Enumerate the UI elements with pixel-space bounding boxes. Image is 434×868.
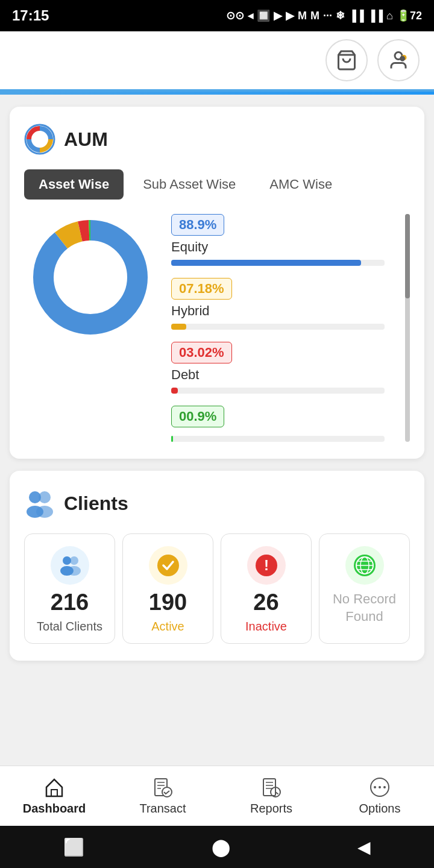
- android-nav-bar: ⬜ ⬤ ◀: [0, 826, 434, 868]
- total-icon-circle: [51, 546, 89, 585]
- tab-sub-asset-wise[interactable]: Sub Asset Wise: [128, 169, 250, 200]
- donut-svg: [27, 214, 154, 341]
- other-bar-bg: [171, 436, 385, 442]
- clients-header: Clients: [24, 488, 410, 519]
- svg-point-19: [157, 555, 179, 576]
- donut-chart: [24, 214, 157, 341]
- active-icon-circle: [149, 546, 187, 585]
- total-clients-count: 216: [51, 591, 89, 614]
- nav-transact[interactable]: Transact: [108, 766, 217, 826]
- scroll-thumb: [405, 214, 410, 298]
- total-clients-label: Total Clients: [37, 620, 102, 634]
- equity-bar: [171, 260, 361, 266]
- bottom-nav: Dashboard Transact Reports: [0, 766, 434, 826]
- svg-text:⚙: ⚙: [400, 56, 404, 61]
- clients-cards-container: 216 Total Clients 190 Active: [24, 533, 410, 644]
- status-time: 17:15: [12, 7, 49, 24]
- other-bar: [171, 436, 173, 442]
- norecord-icon-circle: [345, 546, 384, 585]
- inactive-clients-label: Inactive: [245, 620, 287, 634]
- tab-amc-wise[interactable]: AMC Wise: [255, 169, 347, 200]
- inactive-clients-count: 26: [253, 591, 278, 614]
- active-clients-icon: [156, 553, 181, 578]
- svg-point-18: [68, 566, 81, 576]
- android-square-btn[interactable]: ⬜: [63, 837, 84, 857]
- profile-icon: ⚙: [388, 49, 409, 71]
- inactive-clients-icon: !: [254, 553, 279, 578]
- nav-reports[interactable]: Reports: [217, 766, 326, 826]
- clients-card: Clients 216 Total Clients: [10, 471, 424, 661]
- total-clients-icon: [57, 553, 83, 578]
- legend-debt: 03.02% Debt: [171, 342, 385, 394]
- equity-percent: 88.9%: [171, 214, 224, 236]
- norecord-icon: [352, 553, 377, 578]
- nav-reports-label: Reports: [250, 802, 292, 816]
- hybrid-label: Hybrid: [171, 303, 385, 319]
- inactive-icon-circle: !: [247, 546, 286, 585]
- aum-header: AUM: [24, 124, 410, 155]
- svg-point-15: [63, 556, 71, 565]
- svg-point-12: [39, 491, 51, 503]
- nav-options-label: Options: [359, 802, 401, 816]
- svg-point-14: [36, 506, 53, 518]
- main-content: AUM Asset Wise Sub Asset Wise AMC Wise: [0, 95, 434, 781]
- svg-point-10: [55, 242, 125, 312]
- legend-hybrid: 07.18% Hybrid: [171, 278, 385, 330]
- legend-other: 00.9%: [171, 406, 385, 442]
- svg-point-42: [383, 786, 386, 788]
- svg-point-5: [34, 133, 46, 145]
- clients-logo-icon: [24, 488, 55, 519]
- svg-rect-28: [51, 790, 57, 796]
- options-nav-icon: [369, 776, 391, 798]
- active-clients-label: Active: [151, 620, 184, 634]
- tab-asset-wise[interactable]: Asset Wise: [24, 169, 124, 200]
- equity-bar-bg: [171, 260, 385, 266]
- svg-point-17: [70, 556, 78, 565]
- aum-legend: 88.9% Equity 07.18% Hybrid 03.02%: [171, 214, 391, 442]
- active-clients-count: 190: [149, 591, 187, 614]
- debt-percent: 03.02%: [171, 342, 232, 363]
- profile-button[interactable]: ⚙: [377, 39, 420, 81]
- nav-dashboard-label: Dashboard: [23, 802, 86, 816]
- cart-icon: [336, 49, 357, 71]
- hybrid-percent: 07.18%: [171, 278, 232, 300]
- scroll-indicator: [405, 214, 410, 442]
- aum-title: AUM: [64, 128, 108, 151]
- nav-options[interactable]: Options: [326, 766, 434, 826]
- transact-nav-icon: [152, 776, 174, 798]
- app-header: ⚙: [0, 31, 434, 92]
- status-bar: 17:15 ⊙⊙ ◂ 🔲 ▶ ▶ M M ··· ❄ ▐▐ ▐▐ ⌂ 🔋72: [0, 0, 434, 31]
- android-back-btn[interactable]: ◀: [357, 837, 371, 857]
- aum-card: AUM Asset Wise Sub Asset Wise AMC Wise: [10, 107, 424, 459]
- dashboard-nav-icon: [43, 776, 65, 798]
- clients-title: Clients: [64, 492, 128, 515]
- client-card-norecord[interactable]: No Record Found: [319, 533, 410, 644]
- nav-transact-label: Transact: [139, 802, 186, 816]
- aum-chart-area: 88.9% Equity 07.18% Hybrid 03.02%: [24, 214, 410, 442]
- svg-point-40: [379, 786, 381, 788]
- cart-button[interactable]: [326, 39, 368, 81]
- norecord-label: No Record Found: [327, 591, 402, 625]
- equity-label: Equity: [171, 239, 385, 255]
- hybrid-bar: [171, 324, 186, 330]
- client-card-inactive[interactable]: ! 26 Inactive: [221, 533, 312, 644]
- android-home-btn[interactable]: ⬤: [212, 837, 230, 857]
- status-icons: ⊙⊙ ◂ 🔲 ▶ ▶ M M ··· ❄ ▐▐ ▐▐ ⌂ 🔋72: [226, 9, 422, 22]
- nav-dashboard[interactable]: Dashboard: [0, 766, 108, 826]
- client-card-total[interactable]: 216 Total Clients: [24, 533, 115, 644]
- aum-logo-icon: [24, 124, 55, 155]
- hybrid-bar-bg: [171, 324, 385, 330]
- debt-bar: [171, 388, 178, 394]
- aum-tabs: Asset Wise Sub Asset Wise AMC Wise: [24, 169, 410, 200]
- svg-text:!: !: [264, 557, 269, 573]
- legend-equity: 88.9% Equity: [171, 214, 385, 266]
- debt-label: Debt: [171, 367, 385, 383]
- client-card-active[interactable]: 190 Active: [122, 533, 213, 644]
- svg-point-33: [162, 787, 172, 797]
- other-percent: 00.9%: [171, 406, 224, 427]
- svg-point-41: [374, 786, 376, 788]
- reports-nav-icon: [260, 776, 282, 798]
- debt-bar-bg: [171, 388, 385, 394]
